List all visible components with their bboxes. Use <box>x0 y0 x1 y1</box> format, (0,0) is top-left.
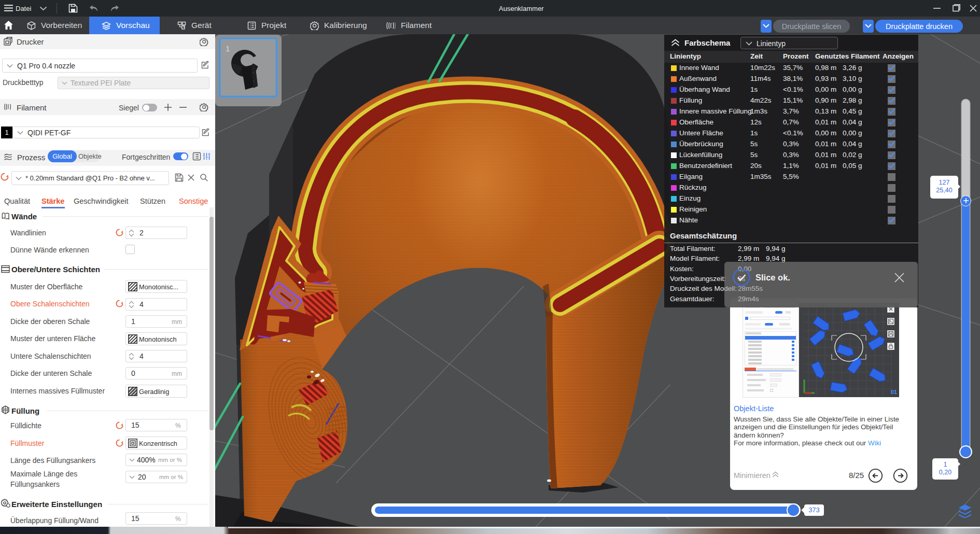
svg-text:1: 1 <box>226 44 230 53</box>
